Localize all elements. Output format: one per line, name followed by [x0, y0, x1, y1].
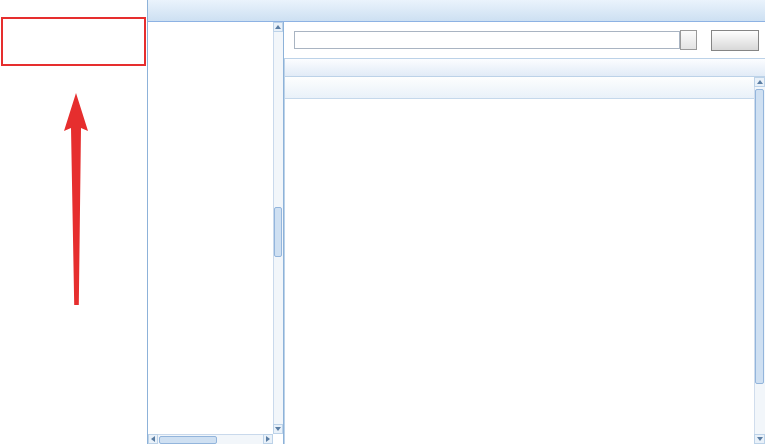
room-search-input[interactable]: [294, 31, 680, 49]
room-dropdown-button[interactable]: [680, 30, 697, 50]
triangle-right-icon: [266, 436, 270, 442]
grid-header-row: [285, 77, 765, 99]
triangle-down-icon: [275, 427, 281, 431]
tab-bar: [148, 0, 765, 22]
scroll-left-button[interactable]: [148, 434, 158, 444]
grid-vertical-scrollbar[interactable]: [754, 77, 765, 444]
main-content-panel: [284, 22, 765, 444]
annotation-highlight-rect: [1, 17, 146, 66]
left-accordion-sidebar: [0, 0, 148, 444]
camera-grid: [284, 77, 765, 444]
tree-vertical-scrollbar[interactable]: [273, 22, 283, 434]
tree-vscroll-thumb[interactable]: [274, 207, 282, 257]
tree-horizontal-scrollbar[interactable]: [148, 434, 273, 444]
search-row: [284, 22, 765, 58]
triangle-up-icon: [757, 80, 763, 84]
org-tree-panel: [148, 22, 284, 444]
grid-vscroll-thumb[interactable]: [755, 89, 764, 384]
scroll-right-button[interactable]: [263, 434, 273, 444]
triangle-down-icon: [757, 437, 763, 441]
scroll-down-button[interactable]: [754, 434, 765, 444]
query-button[interactable]: [711, 30, 759, 51]
scroll-up-button[interactable]: [273, 22, 283, 32]
triangle-left-icon: [151, 436, 155, 442]
tabbar-collapse-icon[interactable]: [148, 18, 155, 21]
scroll-up-button[interactable]: [754, 77, 765, 87]
term-info-area: [758, 17, 765, 21]
app-window: [0, 0, 765, 444]
triangle-up-icon: [275, 25, 281, 29]
tree-hscroll-thumb[interactable]: [159, 436, 217, 444]
annotation-arrow: [57, 93, 95, 307]
org-tree: [148, 24, 273, 434]
grid-body: [285, 98, 754, 444]
grid-toolbar: [284, 58, 765, 77]
scroll-down-button[interactable]: [273, 424, 283, 434]
